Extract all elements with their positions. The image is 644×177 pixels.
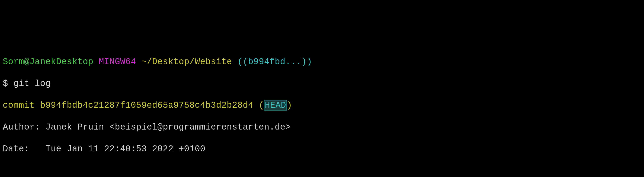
blank-line-1 (3, 165, 641, 176)
author-email-open: < (110, 122, 115, 132)
date-value: Tue Jan 11 22:40:53 2022 +0100 (45, 144, 205, 154)
ref-open: ( (259, 100, 264, 110)
prompt-symbol: $ (3, 79, 8, 89)
commit-hash: b994fbdb4c21287f1059ed65a9758c4b3d2b28d4 (40, 100, 253, 110)
branch-ref: ((b994fbd...)) (237, 57, 312, 67)
author-label: Author: (3, 122, 40, 132)
author-email-close: > (286, 122, 291, 132)
terminal-window[interactable]: Sorm@JanekDesktop MINGW64 ~/Desktop/Webs… (3, 45, 641, 177)
shell-env: MINGW64 (99, 57, 136, 67)
author-line: Author: Janek Pruin <beispiel@programmie… (3, 122, 641, 133)
ref-close: ) (287, 100, 292, 110)
commit-label: commit (3, 100, 35, 110)
author-email: beispiel@programmierenstarten.de (115, 122, 286, 132)
command-line: $ git log (3, 78, 641, 89)
head-ref: HEAD (264, 100, 287, 110)
commit-line: commit b994fbdb4c21287f1059ed65a9758c4b3… (3, 100, 641, 111)
git-command: git log (14, 79, 51, 89)
user-host: Sorm@JanekDesktop (3, 57, 93, 67)
date-line: Date: Tue Jan 11 22:40:53 2022 +0100 (3, 143, 641, 154)
author-name: Janek Pruin (45, 122, 104, 132)
prompt-line-1: Sorm@JanekDesktop MINGW64 ~/Desktop/Webs… (3, 56, 641, 67)
current-path: ~/Desktop/Website (142, 57, 232, 67)
date-label: Date: (3, 144, 30, 154)
